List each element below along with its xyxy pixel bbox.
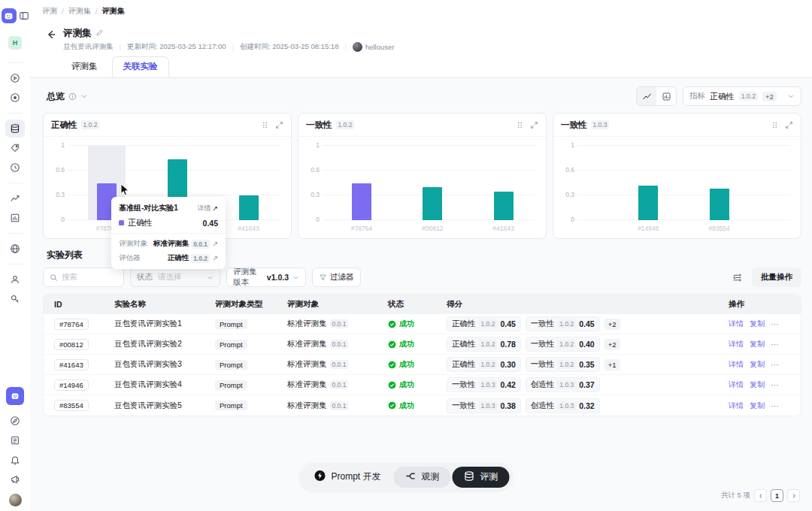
database-nav-icon[interactable] [5,119,25,138]
expand-icon[interactable] [785,121,793,129]
arrow-ne-icon[interactable]: ↗ [212,254,218,262]
actions-cell: 详情复制⋯ [729,319,790,329]
drag-handle-icon[interactable] [516,121,524,129]
nav-prompt-dev[interactable]: Prompt 开发 [302,466,392,488]
experiment-name: 豆包资讯评测实验4 [114,379,215,390]
info-icon[interactable] [68,92,77,101]
bar[interactable] [352,183,371,221]
copy-link[interactable]: 复制 [750,319,765,329]
status-select[interactable]: 状态 请选择 [130,268,220,287]
tab-evalset[interactable]: 评测集 [60,56,109,77]
detail-link[interactable]: 详情 [729,401,744,411]
score-pill: 一致性1.0.20.45 [526,316,600,331]
compass-icon[interactable] [5,412,25,430]
expand-icon[interactable] [530,121,538,129]
key-icon[interactable] [5,290,25,308]
more-actions-icon[interactable]: ⋯ [771,380,780,389]
experiment-name: 豆包资讯评测实验3 [114,359,215,370]
megaphone-icon[interactable] [5,470,25,488]
arrow-ne-icon[interactable]: ↗ [212,240,218,248]
breadcrumb-item[interactable]: 评测集 [68,6,91,17]
eval-target-name: 标准评测集 [287,379,327,390]
user-icon[interactable] [5,271,25,289]
chevron-down-icon[interactable] [80,92,88,100]
more-scores-chip[interactable]: +2 [604,319,620,330]
trend-icon[interactable] [5,189,25,207]
check-circle-icon [388,361,396,369]
filter-button-label: 过滤器 [330,272,354,283]
detail-link[interactable]: 详情 [729,339,744,349]
bar[interactable] [423,187,442,220]
actions-cell: 详情复制⋯ [729,379,790,390]
nav-evaluate[interactable]: 评测 [453,467,510,488]
edit-pencil-icon[interactable] [95,29,104,38]
version-badge: 0.0.1 [330,401,349,410]
current-app-icon[interactable] [6,387,24,405]
more-actions-icon[interactable]: ⋯ [771,360,780,369]
table-row[interactable]: #00812豆包资讯评测实验2Prompt标准评测集0.0.1成功正确性1.0.… [44,334,801,355]
user-avatar[interactable] [9,494,22,506]
tab-linked-experiments[interactable]: 关联实验 [112,56,169,77]
score-pill: 一致性1.0.30.42 [447,377,521,392]
more-actions-icon[interactable]: ⋯ [771,340,780,349]
bar-chart-icon[interactable] [5,209,25,227]
more-actions-icon[interactable]: ⋯ [771,401,780,410]
creator-avatar [353,42,362,52]
breadcrumb-separator: / [95,8,98,16]
table-row[interactable]: #41643豆包资讯评测实验3Prompt标准评测集0.0.1成功正确性1.0.… [44,355,801,375]
bar[interactable] [710,189,729,220]
bar[interactable] [494,192,514,221]
copy-link[interactable]: 复制 [750,339,765,349]
line-chart-view-icon[interactable] [637,87,656,105]
table-settings-icon[interactable] [728,268,746,286]
more-scores-chip[interactable]: +1 [604,359,620,370]
document-icon[interactable] [5,431,25,449]
nav-label: Prompt 开发 [331,470,380,483]
tag-icon[interactable] [5,139,25,157]
filter-row: 搜索 状态 请选择 评测集版本 v1.0.3 过滤器 批量操作 [43,268,801,287]
expand-icon[interactable] [275,121,283,129]
bar[interactable] [239,195,259,220]
experiment-id-chip: #78764 [54,319,89,330]
back-arrow-icon[interactable] [45,29,57,41]
detail-link[interactable]: 详情 [729,379,744,390]
bell-icon[interactable] [5,451,25,469]
table-row[interactable]: #14946豆包资讯评测实验4Prompt标准评测集0.0.1成功一致性1.0.… [44,375,801,395]
drag-handle-icon[interactable] [771,121,779,129]
detail-link[interactable]: 详情 [729,319,744,329]
search-input[interactable]: 搜索 [43,268,124,287]
nav-observe[interactable]: 观测 [394,467,451,488]
filter-button[interactable]: 过滤器 [312,268,361,287]
score-value: 0.32 [579,401,594,410]
y-tick-label: 1 [561,141,574,149]
tooltip-detail-link[interactable]: 详情↗ [197,204,218,213]
copy-link[interactable]: 复制 [750,359,765,370]
x-category-label: #00812 [422,225,443,232]
table-row[interactable]: #83554豆包资讯评测实验5Prompt标准评测集0.0.1成功一致性1.0.… [44,395,801,416]
mouse-cursor [120,183,130,198]
version-select[interactable]: 评测集版本 v1.0.3 [226,268,306,287]
circle-play-icon[interactable] [5,69,25,87]
more-actions-icon[interactable]: ⋯ [771,319,780,328]
grid-chart-view-icon[interactable] [656,87,676,105]
detail-link[interactable]: 详情 [729,359,744,370]
copy-link[interactable]: 复制 [750,401,765,411]
next-page-button[interactable] [787,489,800,502]
app-logo-icon[interactable] [2,8,17,23]
circle-dot-icon[interactable] [5,89,25,107]
drag-handle-icon[interactable] [261,121,269,129]
collapse-panel-icon[interactable] [19,7,29,25]
bar[interactable] [638,186,658,220]
globe-icon[interactable] [5,240,25,258]
more-scores-chip[interactable]: +2 [604,339,620,350]
current-page-button[interactable]: 1 [771,489,783,502]
breadcrumb-item[interactable]: 评测 [42,6,57,17]
status-badge: 成功 [388,379,447,390]
clock-icon[interactable] [5,159,25,177]
workspace-badge[interactable]: H [8,36,22,50]
batch-operations-button[interactable]: 批量操作 [752,268,801,287]
copy-link[interactable]: 复制 [750,379,765,390]
metric-select[interactable]: 指标 正确性 1.0.2 +2 [683,86,801,106]
table-row[interactable]: #78764豆包资讯评测实验1Prompt标准评测集0.0.1成功正确性1.0.… [44,314,801,334]
prev-page-button[interactable] [754,489,767,502]
